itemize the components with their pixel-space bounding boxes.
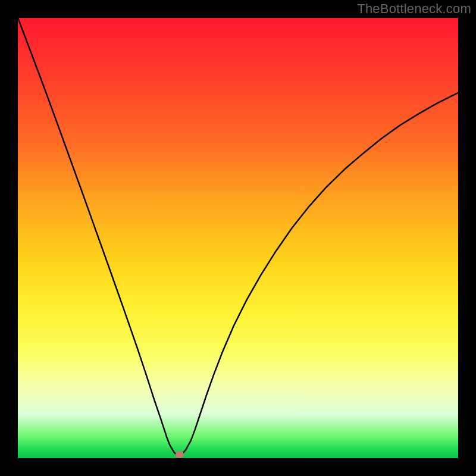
watermark-text: TheBottleneck.com <box>357 1 471 17</box>
optimal-point-marker <box>176 452 184 458</box>
chart-frame: TheBottleneck.com <box>0 0 476 476</box>
gradient-plot-area <box>18 18 458 458</box>
